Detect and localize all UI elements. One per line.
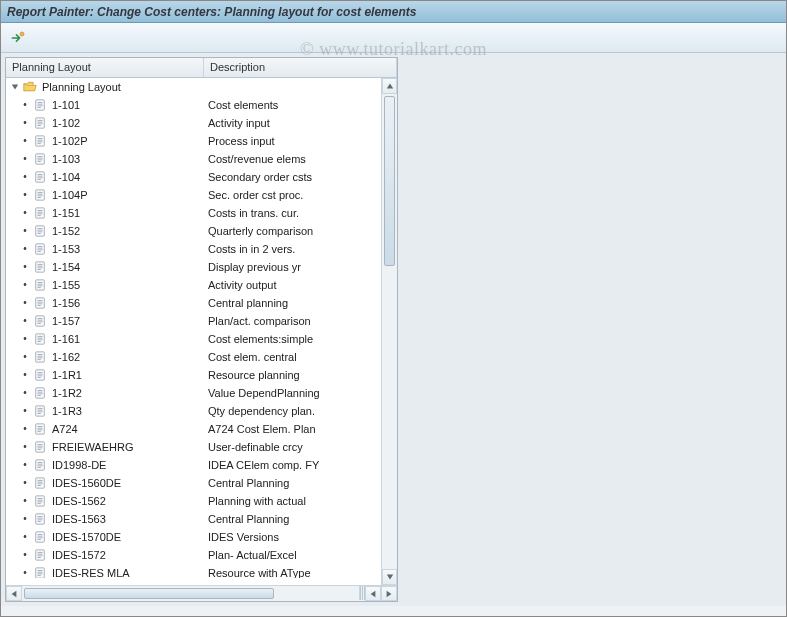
tree-row[interactable]: •IDES-1572Plan- Actual/Excel (6, 546, 397, 564)
document-icon (32, 332, 48, 346)
tree-row[interactable]: •1-1R2Value DependPlanning (6, 384, 397, 402)
folder-open-icon (22, 80, 38, 94)
tree-row-id: 1-102 (52, 117, 80, 129)
horizontal-scrollbar[interactable] (6, 585, 397, 601)
expand-arrow-icon[interactable] (10, 82, 20, 92)
hscroll-right-button[interactable] (381, 586, 397, 601)
hscroll-track[interactable] (22, 586, 359, 601)
tree-row-desc: Cost/revenue elems (204, 153, 397, 165)
tree-row[interactable]: •1-157Plan/act. comparison (6, 312, 397, 330)
tree-row[interactable]: •1-156Central planning (6, 294, 397, 312)
tree-row-id: 1-104P (52, 189, 87, 201)
tree-row[interactable]: •1-104PSec. order cst proc. (6, 186, 397, 204)
bullet-icon: • (20, 424, 30, 434)
bullet-icon: • (20, 496, 30, 506)
document-icon (32, 494, 48, 508)
tree-row-id: A724 (52, 423, 78, 435)
tree-row[interactable]: •1-155Activity output (6, 276, 397, 294)
tree-row[interactable]: •IDES-1570DEIDES Versions (6, 528, 397, 546)
document-icon (32, 206, 48, 220)
tree-row-desc: Cost elem. central (204, 351, 397, 363)
status-bar (1, 606, 786, 616)
vertical-scrollbar[interactable] (381, 78, 397, 585)
tree-row-id: IDES-1563 (52, 513, 106, 525)
tree-row[interactable]: •IDES-RES MLAResource with AType (6, 564, 397, 578)
tree-row-desc: Central Planning (204, 513, 397, 525)
document-icon (32, 404, 48, 418)
tree-row[interactable]: •1-154Display previous yr (6, 258, 397, 276)
tree-row[interactable]: •A724A724 Cost Elem. Plan (6, 420, 397, 438)
bullet-icon: • (20, 316, 30, 326)
svg-rect-61 (36, 316, 45, 326)
tree-row-id: 1-154 (52, 261, 80, 273)
tree-row-desc: Display previous yr (204, 261, 397, 273)
scroll-down-button[interactable] (382, 569, 397, 585)
tree-row[interactable]: •1-151Costs in trans. cur. (6, 204, 397, 222)
tree-row[interactable]: •1-102Activity input (6, 114, 397, 132)
tree-row-desc: Resource with AType (204, 567, 397, 578)
document-icon (32, 152, 48, 166)
document-icon (32, 512, 48, 526)
tree-row-desc: Sec. order cst proc. (204, 189, 397, 201)
scroll-track[interactable] (382, 94, 397, 569)
document-icon (32, 422, 48, 436)
tree-row[interactable]: •ID1998-DEIDEA CElem comp. FY (6, 456, 397, 474)
tree-root-row[interactable]: Planning Layout (6, 78, 397, 96)
bullet-icon: • (20, 406, 30, 416)
tree-row[interactable]: •1-104Secondary order csts (6, 168, 397, 186)
document-icon (32, 260, 48, 274)
document-icon (32, 296, 48, 310)
bullet-icon: • (20, 334, 30, 344)
bullet-icon: • (20, 118, 30, 128)
tree-row-desc: Cost elements (204, 99, 397, 111)
document-icon (32, 98, 48, 112)
tree-rows-container: Planning Layout •1-101Cost elements•1-10… (6, 78, 397, 578)
tree-row[interactable]: •FREIEWAEHRGUser-definable crcy (6, 438, 397, 456)
bullet-icon: • (20, 370, 30, 380)
column-header-layout[interactable]: Planning Layout (6, 58, 204, 77)
tree-row-id: 1-103 (52, 153, 80, 165)
svg-rect-21 (36, 172, 45, 182)
tree-row[interactable]: •1-1R1Resource planning (6, 366, 397, 384)
tree-row[interactable]: •IDES-1560DECentral Planning (6, 474, 397, 492)
tree-row[interactable]: •IDES-1562Planning with actual (6, 492, 397, 510)
tree-row-id: 1-102P (52, 135, 87, 147)
svg-rect-91 (36, 424, 45, 434)
tree-row[interactable]: •1-152Quarterly comparison (6, 222, 397, 240)
scroll-up-button[interactable] (382, 78, 397, 94)
tree-row[interactable]: •1-162Cost elem. central (6, 348, 397, 366)
hscroll-left2-button[interactable] (365, 586, 381, 601)
bullet-icon: • (20, 568, 30, 578)
tree-row-desc: Plan/act. comparison (204, 315, 397, 327)
svg-rect-26 (36, 190, 45, 200)
tree-row-id: IDES-1570DE (52, 531, 121, 543)
tree-row[interactable]: •1-102PProcess input (6, 132, 397, 150)
bullet-icon: • (20, 190, 30, 200)
tree-row[interactable]: •IDES-1563Central Planning (6, 510, 397, 528)
back-nav-button[interactable] (7, 27, 29, 49)
tree-row[interactable]: •1-1R3Qty dependency plan. (6, 402, 397, 420)
tree-row-id: 1-161 (52, 333, 80, 345)
tree-row[interactable]: •1-101Cost elements (6, 96, 397, 114)
hscroll-left-button[interactable] (6, 586, 22, 601)
tree-row-desc: Secondary order csts (204, 171, 397, 183)
tree-row-desc: Activity input (204, 117, 397, 129)
tree-row[interactable]: •1-103Cost/revenue elems (6, 150, 397, 168)
tree-row[interactable]: •1-161Cost elements:simple (6, 330, 397, 348)
tree-row-id: IDES-1562 (52, 495, 106, 507)
svg-rect-96 (36, 442, 45, 452)
tree-row-id: 1-155 (52, 279, 80, 291)
tree-row-desc: Costs in trans. cur. (204, 207, 397, 219)
svg-rect-86 (36, 406, 45, 416)
bullet-icon: • (20, 136, 30, 146)
tree-row-desc: Planning with actual (204, 495, 397, 507)
tree-row-id: IDES-1572 (52, 549, 106, 561)
hscroll-thumb[interactable] (24, 588, 274, 599)
scroll-thumb[interactable] (384, 96, 395, 266)
tree-row[interactable]: •1-153Costs in in 2 vers. (6, 240, 397, 258)
tree-panel: Planning Layout Description (5, 57, 398, 602)
column-header-description[interactable]: Description (204, 58, 397, 77)
tree-row-desc: Costs in in 2 vers. (204, 243, 397, 255)
document-icon (32, 116, 48, 130)
svg-rect-131 (36, 568, 45, 578)
